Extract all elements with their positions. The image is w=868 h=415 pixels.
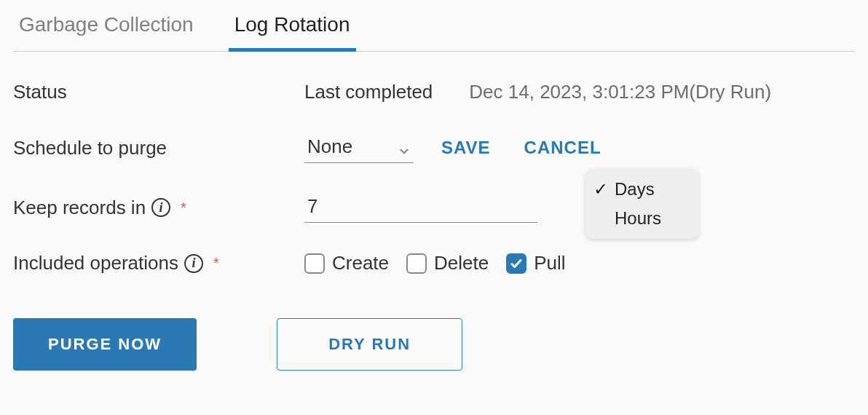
required-marker: * — [181, 199, 186, 216]
tab-garbage-collection[interactable]: Garbage Collection — [13, 7, 200, 51]
checkbox-delete[interactable]: Delete — [406, 252, 489, 274]
checkbox-pull[interactable]: Pull — [506, 252, 565, 274]
action-button-row: PURGE NOW DRY RUN — [13, 318, 855, 371]
schedule-select[interactable]: None — [304, 133, 414, 163]
info-icon[interactable]: i — [184, 254, 203, 273]
schedule-selected-value: None — [307, 135, 352, 158]
status-label: Status — [13, 81, 67, 103]
keep-records-label: Keep records in — [13, 197, 146, 219]
checkbox-box — [406, 253, 427, 274]
last-completed-label: Last completed — [304, 81, 433, 103]
ops-checkbox-group: Create Delete Pull — [304, 252, 566, 274]
check-icon: ✓ — [593, 179, 609, 199]
cancel-button[interactable]: CANCEL — [518, 135, 607, 161]
unit-dropdown: ✓ Days Hours — [585, 169, 699, 239]
checkbox-create[interactable]: Create — [304, 252, 389, 274]
checkbox-label: Delete — [434, 252, 489, 274]
unit-option-label: Days — [615, 179, 655, 199]
included-ops-row: Included operations i * Create Delete — [13, 252, 855, 274]
unit-option-hours[interactable]: Hours — [585, 204, 699, 233]
required-marker: * — [213, 255, 219, 272]
purge-now-button[interactable]: PURGE NOW — [13, 318, 197, 371]
keep-records-input[interactable] — [304, 192, 537, 223]
tab-bar: Garbage Collection Log Rotation — [13, 7, 855, 52]
unit-option-days[interactable]: ✓ Days — [585, 175, 699, 204]
schedule-label: Schedule to purge — [13, 137, 167, 159]
keep-records-row: Keep records in i * ✓ Days Hours — [13, 192, 855, 223]
info-icon[interactable]: i — [151, 198, 170, 217]
included-ops-label: Included operations — [13, 252, 178, 274]
save-button[interactable]: SAVE — [435, 135, 497, 161]
unit-option-label: Hours — [615, 208, 661, 229]
checkbox-label: Create — [332, 252, 389, 274]
status-row: Status Last completed Dec 14, 2023, 3:01… — [13, 81, 855, 103]
checkbox-label: Pull — [534, 252, 565, 274]
tab-log-rotation[interactable]: Log Rotation — [229, 7, 356, 51]
dry-run-button[interactable]: DRY RUN — [277, 318, 462, 371]
chevron-down-icon — [398, 141, 411, 154]
checkbox-box-checked — [506, 253, 526, 274]
checkbox-box — [304, 253, 325, 274]
schedule-row: Schedule to purge None SAVE CANCEL — [13, 133, 855, 163]
last-completed-value: Dec 14, 2023, 3:01:23 PM(Dry Run) — [469, 81, 771, 103]
